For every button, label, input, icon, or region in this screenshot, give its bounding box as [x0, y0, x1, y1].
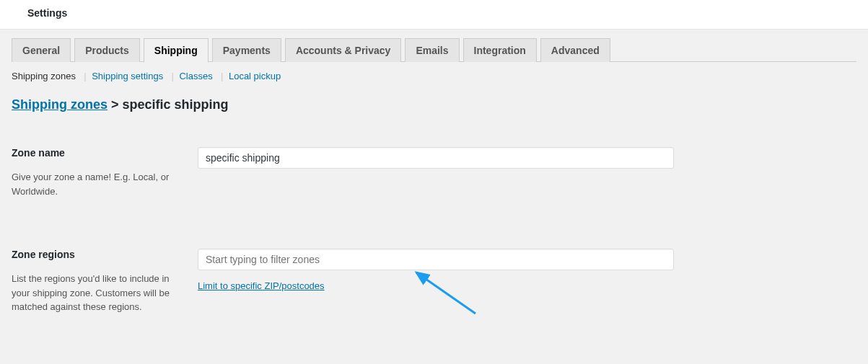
subtab-local-pickup[interactable]: Local pickup: [229, 71, 281, 81]
tab-accounts-privacy[interactable]: Accounts & Privacy: [285, 38, 402, 62]
zone-regions-label: Zone regions: [12, 249, 180, 260]
tab-emails[interactable]: Emails: [405, 38, 459, 62]
breadcrumb: Shipping zones > specific shipping: [12, 97, 856, 112]
zone-name-input[interactable]: [198, 147, 674, 169]
tab-shipping[interactable]: Shipping: [144, 38, 209, 63]
page-content: General Products Shipping Payments Accou…: [0, 30, 868, 364]
tab-products[interactable]: Products: [74, 38, 140, 62]
form-left: Zone name Give your zone a name! E.g. Lo…: [12, 147, 198, 198]
subtab-separator: |: [218, 71, 223, 81]
tab-integration[interactable]: Integration: [463, 38, 537, 62]
shipping-subtabs: Shipping zones | Shipping settings | Cla…: [12, 61, 856, 97]
form-right: Limit to specific ZIP/postcodes: [198, 249, 674, 291]
form-right: [198, 147, 674, 169]
breadcrumb-shipping-zones-link[interactable]: Shipping zones: [12, 97, 108, 112]
annotation-arrow-icon: [411, 267, 483, 324]
limit-zip-link[interactable]: Limit to specific ZIP/postcodes: [198, 280, 325, 291]
form-left: Zone regions List the regions you'd like…: [12, 249, 198, 314]
zone-regions-input[interactable]: [198, 249, 674, 270]
subtab-shipping-zones[interactable]: Shipping zones: [12, 71, 76, 81]
page-header: Settings: [0, 0, 868, 30]
page-title: Settings: [27, 7, 868, 19]
breadcrumb-separator: >: [111, 97, 119, 112]
subtab-classes[interactable]: Classes: [179, 71, 212, 81]
subtab-shipping-settings[interactable]: Shipping settings: [92, 71, 163, 81]
zone-name-label: Zone name: [12, 147, 180, 159]
zone-name-hint: Give your zone a name! E.g. Local, or Wo…: [12, 170, 180, 198]
svg-line-1: [416, 272, 475, 314]
tab-general[interactable]: General: [12, 38, 71, 62]
settings-tabs: General Products Shipping Payments Accou…: [12, 30, 856, 62]
zone-regions-section: Zone regions List the regions you'd like…: [12, 249, 856, 314]
subtab-separator: |: [169, 71, 174, 81]
subtab-separator: |: [82, 71, 87, 81]
zone-name-section: Zone name Give your zone a name! E.g. Lo…: [12, 147, 856, 198]
zone-regions-hint: List the regions you'd like to include i…: [12, 272, 180, 314]
tab-advanced[interactable]: Advanced: [540, 38, 610, 62]
breadcrumb-current: specific shipping: [123, 97, 229, 112]
tab-payments[interactable]: Payments: [212, 38, 281, 62]
